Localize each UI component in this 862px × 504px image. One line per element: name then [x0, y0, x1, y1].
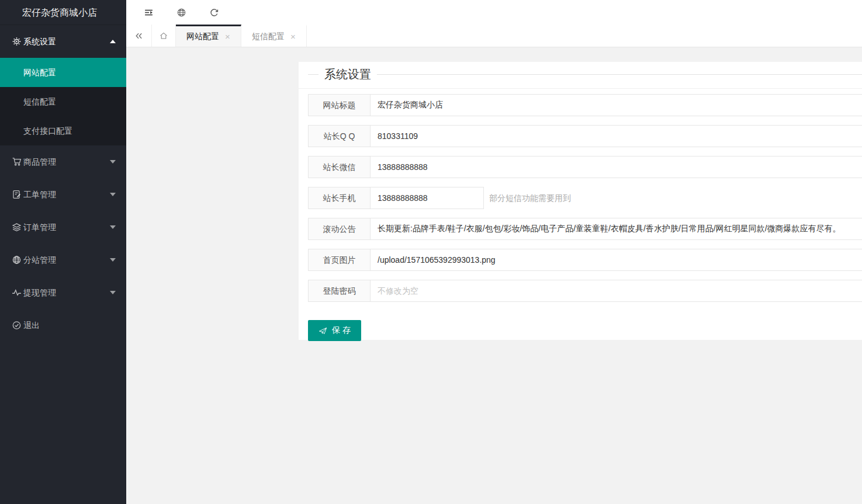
submenu-item-label: 短信配置 — [23, 97, 56, 106]
field-aux-text: 部分短信功能需要用到 — [489, 187, 571, 209]
caret-down-icon — [110, 291, 116, 294]
sidebar-item-label: 提现管理 — [23, 288, 56, 297]
menu-collapse-button[interactable] — [137, 0, 160, 25]
home-tab[interactable] — [152, 25, 176, 47]
save-button-label: 保 存 — [332, 325, 351, 336]
title-line-right — [377, 74, 862, 75]
main-area: 网站配置×短信配置× 系统设置 网站标题站长Q Q站长微信站长手机部分短信功能需… — [126, 0, 862, 504]
field-label: 站长手机 — [308, 187, 371, 209]
form-row-notice: 滚动公告 — [308, 218, 862, 240]
field-label: 站长Q Q — [308, 125, 371, 147]
field-label: 登陆密码 — [308, 280, 371, 302]
qq-input[interactable] — [371, 126, 862, 147]
tab-sms-config[interactable]: 短信配置× — [241, 25, 307, 47]
sidebar-subitem-site-config[interactable]: 网站配置 — [0, 58, 126, 87]
tab-bar: 网站配置×短信配置× — [126, 25, 862, 47]
tab-label: 短信配置 — [252, 32, 285, 42]
form-title-block: 系统设置 — [308, 68, 862, 81]
globe-icon — [12, 255, 22, 265]
settings-form: 网站标题站长Q Q站长微信站长手机部分短信功能需要用到滚动公告首页图片登陆密码 — [308, 94, 862, 302]
title-divider — [299, 88, 862, 89]
sidebar-item-label: 退出 — [23, 321, 40, 330]
sidebar-item-logout[interactable]: 退出 — [0, 309, 126, 342]
sidebar-item-label: 商品管理 — [23, 157, 56, 166]
close-icon[interactable]: × — [225, 32, 230, 41]
caret-down-icon — [110, 258, 116, 262]
submenu-system-settings: 网站配置短信配置支付接口配置 — [0, 58, 126, 145]
tabs-list: 网站配置×短信配置× — [176, 25, 307, 47]
sidebar-subitem-sms-config[interactable]: 短信配置 — [0, 87, 126, 116]
circle-check-icon — [12, 321, 22, 331]
phone-input[interactable] — [371, 187, 483, 208]
submenu-item-label: 支付接口配置 — [23, 126, 72, 135]
wechat-input[interactable] — [371, 157, 862, 178]
home-image-input[interactable] — [371, 249, 862, 270]
field-label: 站长微信 — [308, 156, 371, 178]
caret-down-icon — [110, 160, 116, 164]
home-icon — [159, 31, 168, 40]
form-row-phone: 站长手机部分短信功能需要用到 — [308, 187, 862, 209]
sidebar-item-withdrawals[interactable]: 提现管理 — [0, 276, 126, 309]
layers-icon — [12, 223, 22, 232]
field-input-box — [371, 249, 862, 271]
tab-site-config[interactable]: 网站配置× — [176, 25, 241, 47]
refresh-icon — [209, 8, 219, 18]
field-label: 首页图片 — [308, 249, 371, 271]
form-row-qq: 站长Q Q — [308, 125, 862, 147]
gear-icon — [12, 37, 22, 47]
sidebar-item-orders[interactable]: 订单管理 — [0, 211, 126, 244]
site-title-input[interactable] — [371, 95, 862, 116]
form-row-site-title: 网站标题 — [308, 94, 862, 116]
content-area: 系统设置 网站标题站长Q Q站长微信站长手机部分短信功能需要用到滚动公告首页图片… — [126, 47, 862, 504]
chevrons-left-icon — [134, 31, 144, 41]
send-icon — [319, 326, 327, 335]
topbar — [126, 0, 862, 25]
save-button[interactable]: 保 存 — [308, 320, 361, 341]
menu-fold-icon — [144, 8, 154, 18]
site-button[interactable] — [169, 0, 193, 25]
form-row-password: 登陆密码 — [308, 280, 862, 302]
settings-card: 系统设置 网站标题站长Q Q站长微信站长手机部分短信功能需要用到滚动公告首页图片… — [299, 62, 862, 340]
sidebar-subitem-payment-config[interactable]: 支付接口配置 — [0, 116, 126, 145]
caret-down-icon — [110, 193, 116, 196]
tabs-scroll-left-button[interactable] — [126, 25, 152, 47]
pulse-icon — [12, 288, 22, 298]
title-line-left — [308, 74, 319, 75]
field-input-box — [371, 94, 862, 116]
password-input[interactable] — [371, 280, 862, 301]
form-row-home-image: 首页图片 — [308, 249, 862, 271]
close-icon[interactable]: × — [290, 32, 296, 41]
field-input-box — [371, 218, 862, 240]
tab-label: 网站配置 — [186, 32, 219, 42]
field-label: 网站标题 — [308, 94, 371, 116]
page: { "app": { "title": "宏仔杂货商城小店" }, "topba… — [0, 0, 862, 504]
ticket-icon — [12, 190, 22, 200]
field-input-box — [371, 280, 862, 302]
app-title: 宏仔杂货商城小店 — [0, 0, 126, 25]
sidebar: 宏仔杂货商城小店 系统设置网站配置短信配置支付接口配置商品管理工单管理订单管理分… — [0, 0, 126, 504]
cart-icon — [12, 157, 22, 167]
sidebar-item-label: 订单管理 — [23, 223, 56, 232]
sidebar-item-work-orders[interactable]: 工单管理 — [0, 178, 126, 211]
caret-down-icon — [110, 225, 116, 229]
caret-up-icon — [110, 40, 116, 43]
sidebar-menu: 系统设置网站配置短信配置支付接口配置商品管理工单管理订单管理分站管理提现管理退出 — [0, 25, 126, 342]
sidebar-item-system-settings[interactable]: 系统设置 — [0, 25, 126, 58]
field-label: 滚动公告 — [308, 218, 371, 240]
globe-icon — [176, 8, 186, 18]
field-input-box — [371, 187, 484, 209]
sidebar-item-label: 工单管理 — [23, 190, 56, 199]
form-title: 系统设置 — [319, 67, 377, 82]
submenu-item-label: 网站配置 — [23, 68, 56, 77]
form-row-wechat: 站长微信 — [308, 156, 862, 178]
sidebar-item-goods[interactable]: 商品管理 — [0, 145, 126, 178]
notice-input[interactable] — [371, 218, 862, 239]
sidebar-item-label: 分站管理 — [23, 255, 56, 265]
refresh-button[interactable] — [202, 0, 226, 25]
field-input-box — [371, 125, 862, 147]
sidebar-item-label: 系统设置 — [23, 37, 56, 46]
field-input-box — [371, 156, 862, 178]
sidebar-item-substations[interactable]: 分站管理 — [0, 244, 126, 276]
